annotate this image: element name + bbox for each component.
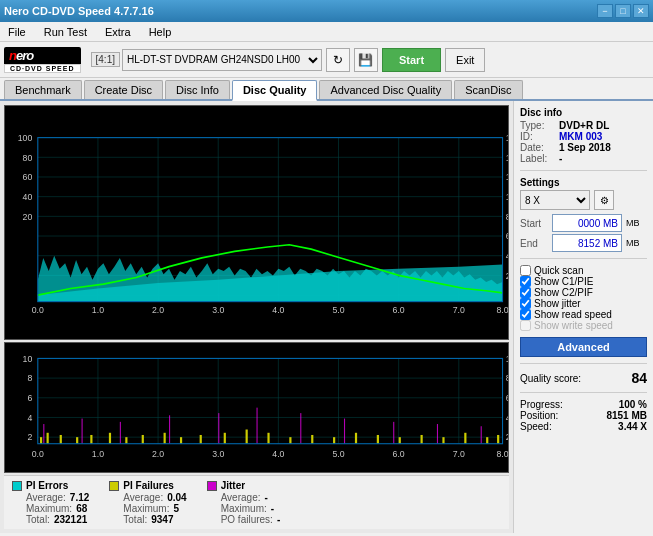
- svg-text:4: 4: [506, 412, 508, 422]
- svg-text:10: 10: [23, 353, 33, 363]
- show-jitter-checkbox[interactable]: [520, 298, 531, 309]
- svg-text:14: 14: [506, 153, 508, 163]
- minimize-button[interactable]: −: [597, 4, 613, 18]
- svg-rect-64: [180, 437, 182, 444]
- svg-rect-57: [60, 435, 62, 444]
- svg-text:4.0: 4.0: [272, 305, 284, 315]
- svg-text:10: 10: [506, 353, 508, 363]
- legend-jitter-header: Jitter: [207, 480, 281, 491]
- pi-errors-max-value: 68: [76, 503, 87, 514]
- save-icon[interactable]: 💾: [354, 48, 378, 72]
- divider-2: [520, 258, 647, 259]
- position-row: Position: 8151 MB: [520, 410, 647, 421]
- menu-runtest[interactable]: Run Test: [40, 24, 91, 40]
- disc-date-row: Date: 1 Sep 2018: [520, 142, 647, 153]
- legend-pi-errors-header: PI Errors: [12, 480, 89, 491]
- show-read-speed-checkbox[interactable]: [520, 309, 531, 320]
- jitter-po-row: PO failures: -: [221, 514, 281, 525]
- close-button[interactable]: ✕: [633, 4, 649, 18]
- tab-benchmark[interactable]: Benchmark: [4, 80, 82, 99]
- refresh-icon[interactable]: ↻: [326, 48, 350, 72]
- pi-failures-color: [109, 481, 119, 491]
- drive-selector: [4:1] HL-DT-ST DVDRAM GH24NSD0 LH00: [91, 49, 322, 71]
- svg-rect-71: [333, 437, 335, 444]
- divider-4: [520, 392, 647, 393]
- svg-text:8: 8: [27, 373, 32, 383]
- menu-file[interactable]: File: [4, 24, 30, 40]
- pi-errors-avg-value: 7.12: [70, 492, 89, 503]
- svg-text:1.0: 1.0: [92, 305, 104, 315]
- disc-label-key: Label:: [520, 153, 555, 164]
- drive-dropdown[interactable]: HL-DT-ST DVDRAM GH24NSD0 LH00: [122, 49, 322, 71]
- svg-text:6.0: 6.0: [393, 449, 405, 459]
- show-c1pie-checkbox[interactable]: [520, 276, 531, 287]
- svg-text:80: 80: [23, 153, 33, 163]
- jitter-title: Jitter: [221, 480, 245, 491]
- settings-section: Settings 8 X ⚙ Start MB End MB: [520, 177, 647, 252]
- nero-logo: nero: [4, 47, 81, 64]
- svg-rect-65: [200, 435, 202, 444]
- pi-errors-avg-label: Average:: [26, 492, 66, 503]
- pi-failures-stats: Average: 0.04 Maximum: 5 Total: 9347: [123, 492, 186, 525]
- progress-section: Progress: 100 % Position: 8151 MB Speed:…: [520, 399, 647, 432]
- start-mb-unit: MB: [626, 218, 640, 228]
- svg-rect-78: [486, 437, 488, 444]
- svg-text:2: 2: [27, 432, 32, 442]
- jitter-avg-row: Average: -: [221, 492, 281, 503]
- svg-text:6: 6: [506, 231, 508, 241]
- nero-sub-logo: CD·DVD SPEED: [4, 64, 81, 73]
- pie-chart-container: 100 80 60 40 20 16 14 12 10 8 6 4 2 0.0 …: [4, 105, 509, 340]
- tab-discinfo[interactable]: Disc Info: [165, 80, 230, 99]
- title-bar: Nero CD-DVD Speed 4.7.7.16 − □ ✕: [0, 0, 653, 22]
- show-read-speed-row: Show read speed: [520, 309, 647, 320]
- pi-failures-avg-row: Average: 0.04: [123, 492, 186, 503]
- show-write-speed-checkbox[interactable]: [520, 320, 531, 331]
- svg-text:8: 8: [506, 212, 508, 222]
- svg-rect-70: [311, 435, 313, 444]
- menu-extra[interactable]: Extra: [101, 24, 135, 40]
- end-mb-input[interactable]: [552, 234, 622, 252]
- svg-text:4.0: 4.0: [272, 449, 284, 459]
- pi-failures-avg-label: Average:: [123, 492, 163, 503]
- svg-text:4: 4: [506, 251, 508, 261]
- svg-rect-62: [142, 435, 144, 444]
- speed-display-row: Speed: 3.44 X: [520, 421, 647, 432]
- start-button[interactable]: Start: [382, 48, 441, 72]
- menu-help[interactable]: Help: [145, 24, 176, 40]
- svg-text:8: 8: [506, 373, 508, 383]
- tab-scandisc[interactable]: ScanDisc: [454, 80, 522, 99]
- title-controls: − □ ✕: [597, 4, 649, 18]
- svg-text:5.0: 5.0: [332, 305, 344, 315]
- svg-rect-67: [246, 429, 248, 443]
- end-label: End: [520, 238, 548, 249]
- show-c2pif-row: Show C2/PIF: [520, 287, 647, 298]
- maximize-button[interactable]: □: [615, 4, 631, 18]
- exit-button[interactable]: Exit: [445, 48, 485, 72]
- settings-icon-btn[interactable]: ⚙: [594, 190, 614, 210]
- speed-select[interactable]: 8 X: [520, 190, 590, 210]
- quick-scan-checkbox[interactable]: [520, 265, 531, 276]
- svg-text:6: 6: [27, 393, 32, 403]
- advanced-button[interactable]: Advanced: [520, 337, 647, 357]
- pi-failures-max-label: Maximum:: [123, 503, 169, 514]
- svg-rect-77: [464, 433, 466, 444]
- start-mb-input[interactable]: [552, 214, 622, 232]
- jitter-max-value: -: [271, 503, 274, 514]
- position-value: 8151 MB: [606, 410, 647, 421]
- pi-errors-max-label: Maximum:: [26, 503, 72, 514]
- show-c1pie-row: Show C1/PIE: [520, 276, 647, 287]
- tab-discquality[interactable]: Disc Quality: [232, 80, 318, 101]
- svg-rect-84: [218, 413, 219, 444]
- svg-text:60: 60: [23, 172, 33, 182]
- show-c2pif-checkbox[interactable]: [520, 287, 531, 298]
- pif-chart-container: 10 8 6 4 2 10 8 6 4 2 0.0 1.0 2.0 3.0 4.…: [4, 342, 509, 473]
- svg-text:10: 10: [506, 192, 508, 202]
- divider-3: [520, 363, 647, 364]
- disc-label-row: Label: -: [520, 153, 647, 164]
- show-jitter-row: Show jitter: [520, 298, 647, 309]
- jitter-color: [207, 481, 217, 491]
- svg-text:2.0: 2.0: [152, 305, 164, 315]
- tab-advanceddiscquality[interactable]: Advanced Disc Quality: [319, 80, 452, 99]
- pi-errors-stats: Average: 7.12 Maximum: 68 Total: 232121: [26, 492, 89, 525]
- tab-createdisc[interactable]: Create Disc: [84, 80, 163, 99]
